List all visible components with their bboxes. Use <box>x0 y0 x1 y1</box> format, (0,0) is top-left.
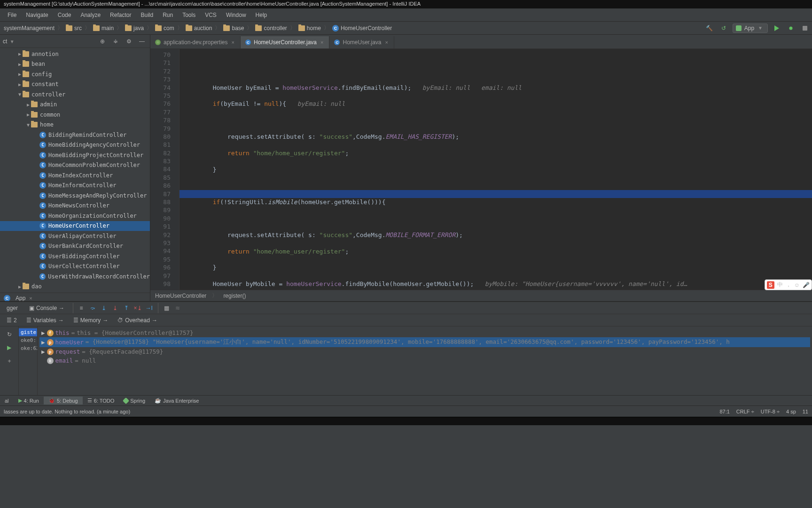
variables-tab[interactable]: ☰ Variables → <box>23 316 68 325</box>
tree-item-home[interactable]: ▼home <box>0 120 150 130</box>
show-execution-point-button[interactable]: ≡ <box>76 303 86 313</box>
debug-button[interactable] <box>786 23 796 33</box>
close-icon[interactable]: × <box>231 40 235 45</box>
menu-help[interactable]: Help <box>251 10 272 20</box>
memory-tab[interactable]: ☰ Memory → <box>70 316 112 325</box>
tree-item-UserBankCardController[interactable]: CUserBankCardController <box>0 241 150 252</box>
editor-tab-homeusercontroller[interactable]: CHomeUserController.java× <box>241 36 330 48</box>
close-icon[interactable]: × <box>320 40 324 45</box>
stack-frame-2[interactable]: oke:62 <box>19 344 37 352</box>
drop-frame-button[interactable]: ×⤓ <box>133 303 143 313</box>
editor-tab-homeuser[interactable]: CHomeUser.java× <box>329 36 394 48</box>
menu-file[interactable]: File <box>3 10 21 20</box>
tool-tab-todo[interactable]: ☰ 6: TODO <box>83 397 119 405</box>
trace-button[interactable]: ≋ <box>172 303 183 313</box>
threads-frames-tab[interactable]: ☰ 2 <box>3 316 21 325</box>
menu-build[interactable]: Build <box>136 10 158 20</box>
menu-run[interactable]: Run <box>158 10 178 20</box>
ime-toolbar[interactable]: S 中 ， ☺ 🎤 <box>765 279 812 290</box>
hide-icon[interactable]: — <box>137 36 147 47</box>
gutter[interactable]: 7071727374757677787980818283848586878889… <box>150 49 180 290</box>
tree-item-BiddingRemindController[interactable]: CBiddingRemindController <box>0 130 150 140</box>
menu-tools[interactable]: Tools <box>178 10 200 20</box>
debugger-tab[interactable]: gger <box>2 303 23 313</box>
tree-item-UserAlipayController[interactable]: CUserAlipayController <box>0 231 150 241</box>
breadcrumb-controller[interactable]: controller <box>253 25 289 32</box>
menu-analyze[interactable]: Analyze <box>76 10 105 20</box>
tree-item-UserWithdrawalRecordController[interactable]: CUserWithdrawalRecordController <box>0 271 150 282</box>
tree-item-HomeMessageAndReplyController[interactable]: CHomeMessageAndReplyController <box>0 190 150 201</box>
console-tab[interactable]: ▣ Console → <box>24 303 69 313</box>
bc-class[interactable]: HomeUserController <box>155 293 206 299</box>
stack-frame-0[interactable]: gister:8 <box>19 328 37 336</box>
tree-item-HomeBiddingProjectController[interactable]: CHomeBiddingProjectController <box>0 150 150 160</box>
tree-item-HomeCommonProblemController[interactable]: CHomeCommonProblemController <box>0 160 150 171</box>
run-config-selector[interactable]: App ▼ <box>733 24 768 33</box>
locate-icon[interactable]: ⊕ <box>97 36 108 47</box>
breadcrumb-class[interactable]: CHomeUserController <box>330 25 394 32</box>
tree-item-HomeInformController[interactable]: CHomeInformController <box>0 181 150 191</box>
evaluate-button[interactable]: ▦ <box>161 303 172 313</box>
build-button[interactable]: 🔨 <box>704 23 715 33</box>
menu-refactor[interactable]: Refactor <box>105 10 136 20</box>
indent-config[interactable]: 4 sp <box>786 409 796 414</box>
menu-window[interactable]: Window <box>221 10 251 20</box>
code-canvas[interactable]: HomeUser byEmail = homeUserService.findB… <box>180 49 812 290</box>
line-separator[interactable]: CRLF ÷ <box>736 409 754 414</box>
var-this[interactable]: ▶fthis = this = {HomeUserController@1175… <box>39 328 810 337</box>
tree-item-bean[interactable]: ▶bean <box>0 59 150 70</box>
step-out-button[interactable]: ⤒ <box>121 303 132 313</box>
var-homeUser[interactable]: ▶phomeUser = {HomeUser@11758} "HomeUser{… <box>39 337 810 347</box>
tree-item-controller[interactable]: ▼controller <box>0 89 150 100</box>
tool-tab-jee[interactable]: ☕ Java Enterprise <box>150 397 203 405</box>
tree-item-dao[interactable]: ▶dao <box>0 282 150 292</box>
gear-icon[interactable]: ⚙ <box>124 36 134 47</box>
variables-panel[interactable]: ▶fthis = this = {HomeUserController@1175… <box>38 326 812 395</box>
resume-button[interactable]: ▶ <box>4 342 15 353</box>
close-icon[interactable]: × <box>384 40 389 45</box>
run-to-cursor-button[interactable]: →I <box>144 303 154 313</box>
ime-lang[interactable]: 中 <box>777 281 783 289</box>
breadcrumb-java[interactable]: java <box>123 25 146 32</box>
tree-item-HomeIndexController[interactable]: CHomeIndexController <box>0 170 150 181</box>
tree-item-common[interactable]: ▶common <box>0 110 150 120</box>
rerun-button[interactable]: ↻ <box>4 329 15 340</box>
menu-code[interactable]: Code <box>53 10 76 20</box>
event-log-count[interactable]: 11 <box>803 409 808 414</box>
force-step-into-button[interactable]: ⤓ <box>110 303 120 313</box>
bc-method[interactable]: register() <box>223 293 246 299</box>
ime-mic-icon[interactable]: 🎤 <box>803 282 810 288</box>
step-into-button[interactable]: ⤓ <box>99 303 109 313</box>
stack-frame-1[interactable]: oke0:- <box>19 336 37 344</box>
run-button[interactable] <box>772 23 782 33</box>
tool-tab-debug[interactable]: 🐞5: Debug <box>44 397 83 405</box>
tree-item-constant[interactable]: ▶constant <box>0 79 150 90</box>
back-button[interactable]: ↺ <box>718 23 729 33</box>
project-tree[interactable]: ▶annotion ▶bean ▶config ▶constant ▼contr… <box>0 48 150 293</box>
ime-punctuation-icon[interactable]: ， <box>786 281 791 289</box>
tree-item-config[interactable]: ▶config <box>0 69 150 79</box>
breadcrumb-home[interactable]: home <box>297 25 323 32</box>
tool-tab-spring[interactable]: Spring <box>119 397 150 405</box>
editor-tab-app-properties[interactable]: application-dev.properties× <box>150 36 241 48</box>
file-encoding[interactable]: UTF-8 ÷ <box>761 409 780 414</box>
editor-body[interactable]: 7071727374757677787980818283848586878889… <box>150 49 812 290</box>
breadcrumb-src[interactable]: src <box>64 25 84 32</box>
caret-position[interactable]: 87:1 <box>719 409 729 414</box>
tool-tab-run[interactable]: ▶4: Run <box>14 397 44 405</box>
stop-button[interactable] <box>800 23 810 33</box>
tool-tab-terminal[interactable]: al <box>0 397 14 405</box>
tree-item-UserBiddingController[interactable]: CUserBiddingController <box>0 251 150 262</box>
tree-item-annotion[interactable]: ▶annotion <box>0 49 150 59</box>
var-email[interactable]: ▶≡email = null <box>39 356 810 365</box>
tree-item-app[interactable]: CApp × <box>0 293 150 301</box>
tree-item-HomeBiddingAgencyController[interactable]: CHomeBiddingAgencyController <box>0 140 150 151</box>
new-watch-button[interactable]: ＋ <box>4 356 15 366</box>
breadcrumb-main[interactable]: main <box>91 25 116 32</box>
tree-item-admin[interactable]: ▶admin <box>0 100 150 110</box>
var-request[interactable]: ▶prequest = {RequestFacade@11759} <box>39 347 810 356</box>
breadcrumb-com[interactable]: com <box>153 25 176 32</box>
tree-item-HomeNewsController[interactable]: CHomeNewsController <box>0 201 150 211</box>
ime-emoji-icon[interactable]: ☺ <box>794 282 800 288</box>
tree-item-HomeOrganizationController[interactable]: CHomeOrganizationController <box>0 211 150 221</box>
